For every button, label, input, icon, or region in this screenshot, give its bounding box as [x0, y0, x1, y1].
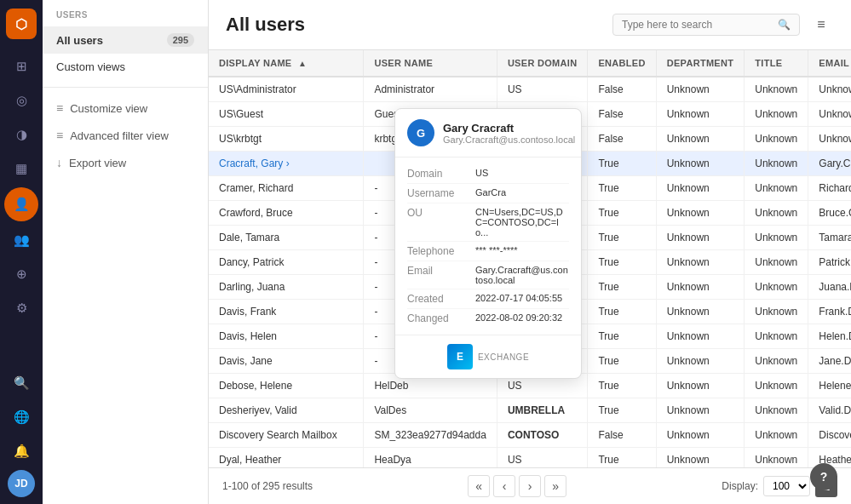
- icon-sidebar: ⬡ ⊞ ◎ ◑ ▦ 👤 👥 ⊕ ⚙ 🔍 🌐 🔔 JD: [0, 0, 43, 504]
- enabled-cell: True: [588, 324, 656, 349]
- main-content: All users 🔍 ≡ G Gary Cracraft Gary.Cracr…: [209, 0, 851, 504]
- title-cell: Unknown: [745, 152, 808, 176]
- title-cell: Unknown: [745, 77, 808, 102]
- graph-icon[interactable]: ◎: [6, 85, 37, 116]
- popup-row-email: Email Gary.Cracraft@us.contoso.local: [407, 261, 569, 289]
- title-cell: Unknown: [745, 349, 808, 374]
- col-display-name[interactable]: DISPLAY NAME ▲: [209, 50, 364, 77]
- app-logo[interactable]: ⬡: [6, 9, 37, 39]
- enabled-cell: True: [588, 275, 656, 300]
- title-cell: Unknown: [745, 300, 808, 324]
- search-box[interactable]: 🔍: [612, 14, 800, 36]
- group-icon[interactable]: 👥: [6, 225, 37, 255]
- main-header: All users 🔍 ≡: [209, 0, 851, 50]
- sort-asc-icon: ▲: [298, 59, 307, 68]
- help-button[interactable]: ?: [810, 463, 837, 490]
- search-bottom-icon[interactable]: 🔍: [6, 368, 37, 398]
- table-row[interactable]: US\AdministratorAdministratorUSFalseUnkn…: [209, 77, 851, 102]
- department-cell: Unknown: [656, 300, 745, 324]
- exchange-icon: E: [447, 344, 473, 369]
- export-view-action[interactable]: ↓ Export view: [43, 149, 208, 176]
- next-page-btn[interactable]: ›: [519, 475, 541, 497]
- title-cell: Unknown: [745, 275, 808, 300]
- email-cell: Frank.Davis@: [808, 300, 851, 324]
- filter-icon[interactable]: ≡: [808, 12, 834, 37]
- changed-label: Changed: [407, 312, 475, 324]
- user-domain-cell: CONTOSO: [497, 423, 588, 448]
- sidebar-item-all-users[interactable]: All users 295: [43, 26, 208, 54]
- popup-email-value: Gary.Cracraft@us.contoso.local: [475, 265, 569, 285]
- title-cell: Unknown: [745, 423, 808, 448]
- export-view-label: Export view: [69, 157, 126, 169]
- col-user-domain[interactable]: USER DOMAIN: [497, 50, 588, 77]
- last-page-btn[interactable]: »: [544, 475, 566, 497]
- title-cell: Unknown: [745, 201, 808, 226]
- first-page-btn[interactable]: «: [468, 475, 490, 497]
- enabled-cell: True: [588, 448, 656, 468]
- dashboard-icon[interactable]: ⊞: [6, 51, 37, 82]
- department-cell: Unknown: [656, 77, 745, 102]
- table-row[interactable]: Discovery Search MailboxSM_323ea9277d94a…: [209, 423, 851, 448]
- popup-overlay: G Gary Cracraft Gary.Cracraft@us.contoso…: [394, 108, 582, 379]
- col-enabled[interactable]: ENABLED: [588, 50, 656, 77]
- col-title[interactable]: TITLE: [745, 50, 808, 77]
- ou-label: OU: [407, 207, 475, 238]
- sidebar-item-custom-views[interactable]: Custom views: [43, 54, 208, 80]
- custom-views-label: Custom views: [56, 60, 125, 73]
- org-icon[interactable]: ⊕: [6, 259, 37, 289]
- telephone-label: Telephone: [407, 245, 475, 257]
- header-actions: 🔍 ≡: [612, 12, 834, 37]
- email-cell: Helen.Davis@u: [808, 324, 851, 349]
- email-cell: Unknown: [808, 102, 851, 127]
- department-cell: Unknown: [656, 176, 745, 201]
- customize-view-icon: ≡: [56, 101, 63, 115]
- customize-view-label: Customize view: [70, 102, 147, 115]
- department-cell: Unknown: [656, 448, 745, 468]
- settings-icon[interactable]: ⚙: [6, 293, 37, 324]
- col-email[interactable]: EMAIL: [808, 50, 851, 77]
- created-value: 2022-07-17 04:05:55: [475, 293, 562, 305]
- prev-page-btn[interactable]: ‹: [493, 475, 515, 497]
- table-wrapper: G Gary Cracraft Gary.Cracraft@us.contoso…: [209, 50, 851, 467]
- popup-email-label: Email: [407, 265, 475, 285]
- col-department[interactable]: DEPARTMENT: [656, 50, 745, 77]
- globe-icon[interactable]: 🌐: [6, 402, 37, 432]
- popup-fields: Domain US Username GarCra OU CN=Users,DC…: [395, 158, 581, 335]
- enabled-cell: False: [588, 127, 656, 152]
- section-header: USERS: [43, 0, 208, 26]
- domain-value: US: [475, 168, 488, 180]
- email-cell: Helene.Debose: [808, 374, 851, 398]
- table-row[interactable]: Dyal, HeatherHeaDyaUSTrueUnknownUnknownH…: [209, 448, 851, 468]
- export-view-icon: ↓: [56, 156, 62, 169]
- gauge-icon[interactable]: ◑: [6, 119, 37, 150]
- advanced-filter-action[interactable]: ≡ Advanced filter view: [43, 122, 208, 149]
- department-cell: Unknown: [656, 275, 745, 300]
- col-user-name[interactable]: USER NAME: [364, 50, 497, 77]
- monitor-icon[interactable]: ▦: [6, 153, 37, 184]
- enabled-cell: True: [588, 176, 656, 201]
- enabled-cell: True: [588, 374, 656, 398]
- department-cell: Unknown: [656, 423, 745, 448]
- department-cell: Unknown: [656, 324, 745, 349]
- username-value: GarCra: [475, 187, 506, 199]
- results-text: 1-100 of 295 results: [222, 480, 313, 492]
- username-label: Username: [407, 187, 475, 199]
- popup-name: Gary Cracraft: [443, 122, 575, 135]
- search-icon[interactable]: 🔍: [778, 19, 791, 31]
- table-row[interactable]: Desheriyev, ValidValDesUMBRELLATrueUnkno…: [209, 398, 851, 423]
- bell-icon[interactable]: 🔔: [6, 436, 37, 467]
- users-icon[interactable]: 👤: [4, 187, 38, 221]
- enabled-cell: True: [588, 226, 656, 250]
- enabled-cell: False: [588, 423, 656, 448]
- enabled-cell: True: [588, 398, 656, 423]
- display-name-link[interactable]: Cracraft, Gary ›: [219, 158, 290, 169]
- department-cell: Unknown: [656, 398, 745, 423]
- email-cell: Tamara.Dale@: [808, 226, 851, 250]
- user-name-cell: SM_323ea9277d94adda: [364, 423, 497, 448]
- user-avatar[interactable]: JD: [8, 470, 35, 497]
- display-select[interactable]: 100 25 50 200: [763, 476, 810, 496]
- search-input[interactable]: [622, 19, 773, 31]
- title-cell: Unknown: [745, 226, 808, 250]
- email-cell: Juana.Darling@: [808, 275, 851, 300]
- customize-view-action[interactable]: ≡ Customize view: [43, 94, 208, 122]
